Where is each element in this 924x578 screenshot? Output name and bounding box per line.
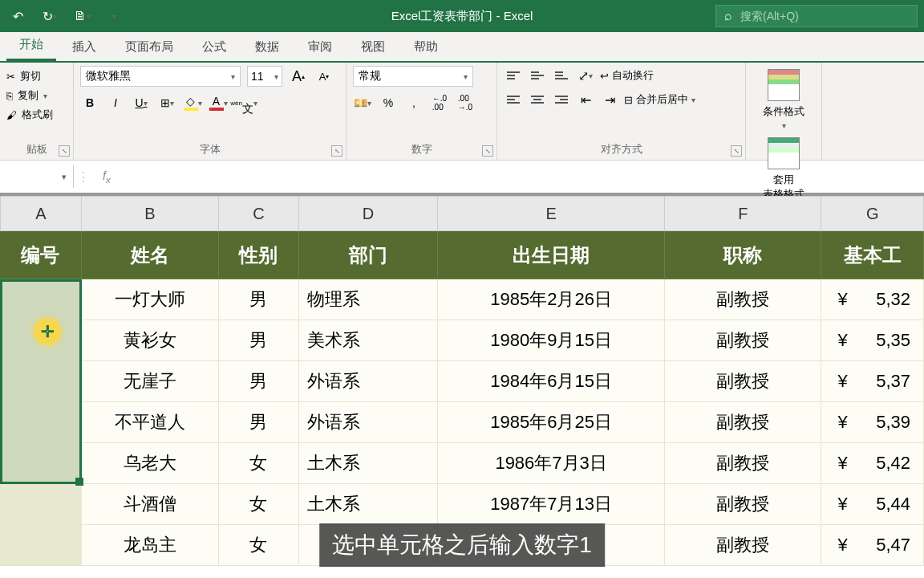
tab-insert[interactable]: 插入 (59, 33, 109, 61)
align-top-button[interactable] (504, 66, 523, 85)
tab-help[interactable]: 帮助 (401, 33, 451, 61)
cell[interactable]: 1985年6月25日 (438, 402, 665, 443)
alignment-expand[interactable]: ⤡ (731, 145, 742, 157)
merge-button[interactable]: ⊟合并后居中▾ (624, 92, 695, 107)
cell[interactable]: 男 (219, 402, 299, 443)
cell[interactable]: 无崖子 (82, 361, 219, 402)
border-button[interactable]: ⊞▾ (157, 93, 176, 112)
cell[interactable]: 副教授 (665, 320, 821, 361)
currency-button[interactable]: 💴▾ (353, 93, 372, 112)
cell[interactable]: 女 (219, 484, 299, 525)
cell[interactable]: ¥5,32 (821, 279, 924, 320)
comma-button[interactable]: , (404, 93, 424, 112)
cell[interactable]: 男 (219, 279, 299, 320)
percent-button[interactable]: % (379, 93, 398, 112)
cell[interactable]: 副教授 (665, 525, 821, 566)
wrap-text-button[interactable]: ↩自动换行 (600, 68, 654, 83)
header-cell[interactable]: 编号 (0, 231, 82, 279)
tab-home[interactable]: 开始 (6, 31, 56, 61)
decrease-font-button[interactable]: A▾ (314, 67, 334, 86)
align-middle-button[interactable] (528, 66, 547, 85)
decrease-decimal-button[interactable]: .00→.0 (456, 93, 475, 112)
align-bottom-button[interactable] (552, 66, 571, 85)
qat-more[interactable]: ▾ (103, 5, 125, 27)
font-color-button[interactable]: A▾ (209, 93, 228, 112)
fill-color-button[interactable]: ◇▾ (183, 93, 202, 112)
save-button[interactable]: 🗎▾ (71, 5, 93, 27)
col-header-G[interactable]: G (821, 196, 924, 231)
search-box[interactable]: ⌕ (715, 5, 918, 27)
cell[interactable]: 1985年2月26日 (438, 279, 665, 320)
cell[interactable]: 副教授 (665, 279, 821, 320)
format-painter-button[interactable]: 🖌格式刷 (6, 108, 67, 122)
cell[interactable]: 乌老大 (82, 443, 219, 484)
phonetic-button[interactable]: wén文▾ (234, 93, 253, 112)
cell[interactable]: 男 (219, 361, 299, 402)
cell[interactable]: 土木系 (299, 443, 438, 484)
undo-button[interactable]: ↶ (6, 5, 29, 27)
redo-button[interactable]: ↻▾ (38, 5, 61, 27)
header-cell[interactable]: 职称 (665, 231, 821, 279)
align-right-button[interactable] (552, 90, 571, 109)
align-left-button[interactable] (504, 90, 523, 109)
orientation-button[interactable]: ⤢▾ (576, 66, 595, 85)
cell[interactable]: 斗酒僧 (82, 484, 219, 525)
italic-button[interactable]: I (106, 93, 125, 112)
header-cell[interactable]: 性别 (219, 231, 299, 279)
cell[interactable]: 不平道人 (82, 402, 219, 443)
bold-button[interactable]: B (80, 93, 99, 112)
cell[interactable] (0, 402, 82, 443)
cell[interactable] (0, 484, 82, 525)
tab-formula[interactable]: 公式 (189, 33, 239, 61)
cell[interactable]: 副教授 (665, 484, 821, 525)
cell[interactable]: 副教授 (665, 402, 821, 443)
cell[interactable] (0, 443, 82, 484)
cell[interactable]: 外语系 (299, 402, 438, 443)
align-center-button[interactable] (528, 90, 547, 109)
copy-button[interactable]: ⎘复制▾ (6, 88, 67, 103)
cell[interactable]: 土木系 (299, 484, 438, 525)
col-header-E[interactable]: E (438, 196, 665, 231)
cell[interactable]: 女 (219, 443, 299, 484)
cell[interactable]: 物理系 (299, 279, 438, 320)
cell[interactable]: 男 (219, 320, 299, 361)
increase-decimal-button[interactable]: ←.0.00 (430, 93, 449, 112)
cell[interactable]: 副教授 (665, 443, 821, 484)
cell[interactable]: 龙岛主 (82, 525, 219, 566)
cell[interactable]: 女 (219, 525, 299, 566)
cell[interactable]: 1987年7月13日 (438, 484, 665, 525)
cell[interactable]: 副教授 (665, 361, 821, 402)
header-cell[interactable]: 出生日期 (438, 231, 665, 279)
spreadsheet-grid[interactable]: ABCDEFG 编号姓名性别部门出生日期职称基本工 一灯大师男物理系1985年2… (0, 196, 924, 575)
font-size-select[interactable]: 11▾ (247, 66, 282, 87)
cell[interactable]: 1984年6月15日 (438, 361, 665, 402)
cell[interactable]: ¥5,44 (821, 484, 924, 525)
font-name-select[interactable]: 微软雅黑▾ (80, 66, 241, 87)
cell[interactable]: 美术系 (299, 320, 438, 361)
cell[interactable]: ¥5,47 (821, 525, 924, 566)
cell[interactable] (0, 279, 82, 320)
cell[interactable]: 1980年9月15日 (438, 320, 665, 361)
cell[interactable]: ¥5,35 (821, 320, 924, 361)
increase-indent-button[interactable]: ⇥ (600, 90, 619, 109)
decrease-indent-button[interactable]: ⇤ (576, 90, 595, 109)
underline-button[interactable]: U▾ (132, 93, 151, 112)
number-expand[interactable]: ⤡ (482, 145, 493, 157)
header-cell[interactable]: 部门 (299, 231, 438, 279)
cell[interactable]: ¥5,42 (821, 443, 924, 484)
cell[interactable] (0, 361, 82, 402)
cell[interactable]: 外语系 (299, 361, 438, 402)
cut-button[interactable]: ✂剪切 (6, 69, 67, 83)
cell[interactable]: 一灯大师 (82, 279, 219, 320)
tab-view[interactable]: 视图 (348, 33, 398, 61)
cell[interactable]: 黄衫女 (82, 320, 219, 361)
col-header-C[interactable]: C (219, 196, 299, 231)
name-box[interactable]: ▾ (0, 165, 74, 188)
col-header-B[interactable]: B (82, 196, 219, 231)
header-cell[interactable]: 姓名 (82, 231, 219, 279)
number-format-select[interactable]: 常规▾ (353, 66, 473, 87)
search-input[interactable] (740, 10, 909, 22)
increase-font-button[interactable]: A▴ (289, 67, 308, 86)
tab-data[interactable]: 数据 (242, 33, 292, 61)
cell[interactable]: ¥5,39 (821, 402, 924, 443)
